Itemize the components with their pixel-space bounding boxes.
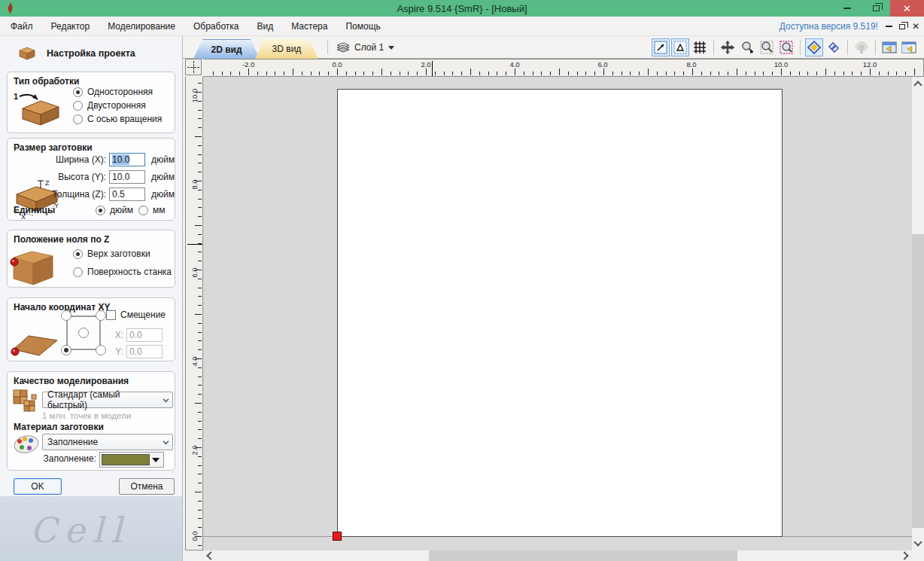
zoom-in-icon[interactable] bbox=[738, 38, 756, 56]
fill-color-picker[interactable] bbox=[99, 452, 164, 468]
resolution-icon bbox=[12, 389, 39, 416]
restore-button[interactable] bbox=[862, 0, 890, 17]
mdi-restore-icon[interactable] bbox=[899, 24, 905, 29]
separator bbox=[327, 41, 328, 54]
xy-origin-top-left[interactable] bbox=[61, 310, 71, 321]
z-zero-machine-bed[interactable]: Поверхность станка bbox=[73, 267, 172, 277]
ruler-tick bbox=[772, 72, 773, 75]
units-mm[interactable]: мм bbox=[138, 205, 166, 215]
ruler-tick bbox=[914, 69, 915, 75]
ruler-tick bbox=[807, 72, 808, 75]
zoom-box-icon[interactable] bbox=[758, 38, 776, 56]
palette-icon bbox=[12, 432, 41, 455]
thickness-field-row: Толщина (Z): 0.5 дюйм bbox=[34, 188, 175, 201]
ruler-tick bbox=[870, 69, 871, 75]
scroll-left-icon[interactable] bbox=[206, 552, 214, 559]
mdi-close-icon[interactable]: ✕ bbox=[912, 22, 919, 31]
vertical-ruler: 10.08.06.04.02.00.0 bbox=[185, 77, 203, 550]
ruler-tick bbox=[230, 72, 231, 75]
ruler-tick bbox=[198, 438, 202, 439]
ruler-tick bbox=[195, 403, 202, 404]
ruler-footer bbox=[185, 550, 203, 561]
origin-marker[interactable] bbox=[333, 532, 342, 541]
horizontal-scroll-thumb[interactable] bbox=[429, 550, 737, 561]
zoom-extents-icon[interactable] bbox=[652, 38, 670, 56]
xy-origin-center[interactable] bbox=[78, 328, 89, 338]
ruler-tick bbox=[585, 72, 586, 75]
offset-y-input[interactable]: 0.0 bbox=[126, 345, 163, 358]
xy-origin-bottom-right[interactable] bbox=[96, 345, 106, 355]
tab-2d-view[interactable]: 2D вид bbox=[193, 39, 260, 59]
material-dropdown[interactable]: Заполнение bbox=[42, 434, 173, 450]
ruler-tick bbox=[355, 72, 356, 75]
close-button[interactable]: ✕ bbox=[890, 0, 924, 17]
ruler-tick bbox=[541, 72, 542, 75]
pan-icon[interactable] bbox=[719, 38, 737, 56]
guides-icon[interactable] bbox=[825, 38, 843, 56]
zoom-region-icon[interactable] bbox=[777, 38, 795, 56]
grid-icon[interactable] bbox=[691, 38, 709, 56]
z-zero-diagram bbox=[9, 245, 57, 286]
menu-help[interactable]: Помощь bbox=[338, 18, 388, 35]
layer-selector[interactable]: Слой 1 bbox=[336, 39, 394, 56]
scroll-right-icon[interactable] bbox=[901, 552, 909, 559]
panel-watermark: Cell bbox=[0, 496, 182, 561]
ruler-tick bbox=[284, 72, 284, 75]
job-type-rotary[interactable]: С осью вращения bbox=[73, 114, 162, 124]
ruler-tick bbox=[319, 72, 320, 75]
ruler-tick bbox=[816, 72, 817, 75]
quality-dropdown[interactable]: Стандарт (самый быстрый) bbox=[42, 392, 173, 408]
offset-checkbox[interactable] bbox=[106, 310, 116, 320]
ruler-tick bbox=[426, 69, 427, 75]
zoom-selected-icon[interactable] bbox=[671, 38, 689, 56]
tile-windows-horizontal-icon[interactable] bbox=[880, 38, 898, 56]
units-inch[interactable]: дюйм bbox=[96, 205, 133, 215]
tab-3d-view[interactable]: 3D вид bbox=[255, 39, 318, 59]
material-value: Заполнение bbox=[47, 437, 98, 447]
vertical-scrollbar[interactable] bbox=[912, 77, 924, 550]
mdi-minimize-icon[interactable] bbox=[886, 26, 892, 27]
ruler-tick bbox=[755, 72, 755, 75]
minimize-button[interactable] bbox=[833, 0, 862, 17]
update-version-link[interactable]: Доступна версия 9.519! bbox=[780, 21, 878, 32]
menu-modeling[interactable]: Моделирование bbox=[100, 18, 183, 35]
ruler-tick bbox=[657, 72, 658, 75]
job-material-sheet[interactable] bbox=[337, 89, 783, 537]
ruler-label: 4.0 bbox=[190, 352, 199, 370]
menu-edit[interactable]: Редактор bbox=[44, 18, 98, 35]
ruler-tick bbox=[612, 72, 613, 75]
ruler-tick bbox=[763, 72, 764, 75]
menu-gadgets[interactable]: Мастера bbox=[284, 18, 335, 35]
scroll-up-icon[interactable] bbox=[914, 81, 922, 88]
ok-button[interactable]: OK bbox=[14, 478, 62, 495]
xy-origin-top-right[interactable] bbox=[96, 310, 106, 321]
offset-checkbox-row[interactable]: Смещение bbox=[106, 309, 166, 320]
horizontal-scrollbar[interactable] bbox=[203, 550, 912, 561]
snap-toggle-icon[interactable] bbox=[805, 38, 823, 56]
menu-file[interactable]: Файл bbox=[3, 18, 41, 35]
thickness-input[interactable]: 0.5 bbox=[109, 188, 145, 201]
job-type-single-sided[interactable]: Односторонняя bbox=[73, 87, 153, 97]
z-zero-material-top[interactable]: Верх заготовки bbox=[73, 248, 150, 259]
offset-x-input[interactable]: 0.0 bbox=[126, 328, 163, 342]
ruler-tick bbox=[198, 154, 202, 155]
ruler-tick bbox=[497, 72, 497, 75]
ruler-tick bbox=[603, 69, 604, 75]
menu-toolpaths[interactable]: Обработка bbox=[186, 18, 247, 35]
drawing-canvas[interactable] bbox=[203, 77, 912, 550]
ruler-tick bbox=[275, 72, 275, 75]
width-input[interactable]: 10.0 bbox=[109, 153, 145, 166]
vertical-scroll-thumb[interactable] bbox=[912, 234, 924, 528]
height-input[interactable]: 10.0 bbox=[109, 170, 145, 184]
ruler-label: -2.0 bbox=[242, 60, 254, 69]
cancel-button[interactable]: Отмена bbox=[119, 478, 175, 495]
ruler-tick bbox=[198, 190, 202, 191]
xy-origin-bottom-left[interactable] bbox=[61, 345, 71, 355]
job-type-double-sided[interactable]: Двусторонняя bbox=[73, 100, 146, 111]
ruler-tick bbox=[666, 72, 667, 75]
scroll-down-icon[interactable] bbox=[914, 539, 922, 547]
tile-windows-vertical-icon[interactable] bbox=[900, 38, 918, 56]
ruler-tick bbox=[630, 72, 631, 75]
ruler-tick bbox=[452, 72, 453, 75]
menu-view[interactable]: Вид bbox=[250, 18, 281, 35]
